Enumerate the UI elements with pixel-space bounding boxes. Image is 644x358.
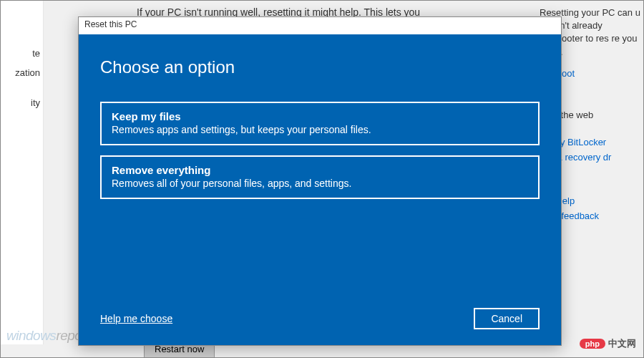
dialog-title: Reset this PC (79, 17, 561, 34)
help-me-choose-link[interactable]: Help me choose (100, 313, 172, 324)
option-title: Keep my files (112, 110, 528, 122)
option-remove-everything[interactable]: Remove everything Removes all of your pe… (100, 155, 540, 199)
option-desc: Removes apps and settings, but keeps you… (112, 124, 528, 135)
sidebar-item[interactable]: zation (1, 63, 43, 82)
watermark-left: windowsreport (6, 328, 89, 344)
option-desc: Removes all of your personal files, apps… (112, 178, 528, 189)
settings-sidebar: te zation ity (1, 1, 44, 344)
watermark-right: php 中文网 (580, 337, 636, 350)
reset-pc-dialog: Reset this PC Choose an option Keep my f… (78, 16, 562, 346)
sidebar-item[interactable]: te (1, 44, 43, 63)
cancel-button[interactable]: Cancel (474, 308, 540, 329)
dialog-footer: Help me choose Cancel (100, 308, 540, 329)
dialog-heading: Choose an option (100, 57, 540, 77)
dialog-body: Choose an option Keep my files Removes a… (79, 34, 561, 345)
sidebar-item[interactable]: ity (1, 93, 43, 112)
php-badge: php (580, 339, 605, 349)
option-keep-my-files[interactable]: Keep my files Removes apps and settings,… (100, 102, 540, 145)
option-title: Remove everything (112, 164, 528, 176)
